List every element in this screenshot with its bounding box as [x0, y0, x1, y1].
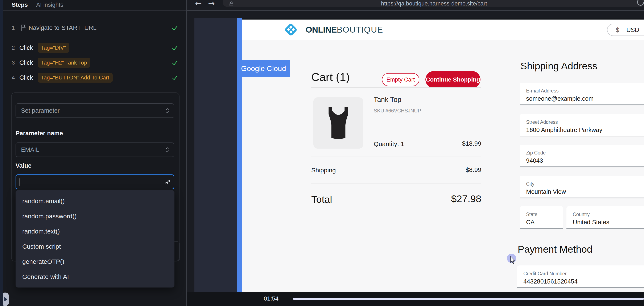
success-check-icon	[171, 59, 179, 66]
email-field[interactable]: E-mail Address someone@example.com	[520, 82, 644, 105]
divider	[311, 156, 481, 157]
forward-button[interactable]: →	[208, 0, 215, 8]
browser-capture-frame: ONLINEBOUTIQUE $ USD Google Cloud Cart (…	[194, 18, 644, 292]
step-row-click-h2[interactable]: 3 Click Tag="H2" Tank Top	[12, 57, 90, 68]
timeline-progress[interactable]	[293, 298, 644, 300]
selector-chip[interactable]: Tag="DIV"	[38, 43, 69, 53]
select-chevrons-icon	[164, 108, 170, 114]
step-row-click-div[interactable]: 2 Click Tag="DIV"	[12, 42, 69, 54]
app-screen: Steps AI insights 1 Navigate to START_UR…	[0, 0, 644, 306]
selector-chip[interactable]: Tag="H2" Tank Top	[38, 58, 90, 68]
steps-panel: Steps AI insights 1 Navigate to START_UR…	[3, 0, 187, 306]
step-action-label: Click	[19, 59, 33, 66]
city-field[interactable]: City Mountain View	[520, 176, 644, 198]
step-number: 2	[12, 44, 19, 51]
field-value: CA	[526, 219, 534, 226]
step-action-label: Click	[19, 74, 33, 81]
url-text: https://qa.boutique.harness-demo.site/ca…	[223, 0, 644, 7]
field-label: E-mail Address	[526, 88, 559, 94]
select-chevrons-icon	[164, 147, 170, 153]
field-value: 94043	[526, 157, 543, 164]
field-label: Street Address	[526, 119, 558, 125]
currency-selector[interactable]: $ USD	[607, 24, 644, 36]
total-value: $27.98	[418, 193, 481, 204]
empty-cart-button[interactable]: Empty Cart	[382, 73, 419, 86]
panel-tabs: Steps AI insights	[3, 0, 186, 10]
replay-timeline-bar: 01:54	[187, 292, 644, 306]
play-icon	[4, 297, 7, 302]
step-number: 3	[12, 60, 19, 66]
brand-bold: ONLINE	[306, 25, 337, 34]
url-bar[interactable]: https://qa.boutique.harness-demo.site/ca…	[223, 0, 644, 7]
credit-card-field[interactable]: Credit Card Number 4432801561520454	[517, 266, 644, 288]
expand-editor-icon[interactable]	[164, 178, 171, 186]
value-label: Value	[16, 162, 32, 169]
payment-method-title: Payment Method	[518, 243, 592, 255]
product-quantity: Quantity: 1	[374, 140, 404, 148]
sidebar-expand-handle[interactable]	[3, 292, 9, 306]
dropdown-option-custom-script[interactable]: Custom script	[16, 239, 174, 254]
dropdown-option-random-text[interactable]: random.text()	[16, 224, 174, 239]
dropdown-option-generate-ai[interactable]: Generate with AI	[16, 269, 174, 284]
capture-letterbox	[194, 18, 237, 292]
google-cloud-badge: Google Cloud	[237, 60, 290, 77]
field-label: Credit Card Number	[523, 271, 567, 276]
tab-steps[interactable]: Steps	[12, 0, 28, 10]
site-header: ONLINEBOUTIQUE $ USD	[242, 20, 644, 40]
brand-wordmark: ONLINEBOUTIQUE	[306, 25, 383, 34]
product-name[interactable]: Tank Top	[374, 96, 401, 104]
dropdown-option-random-email[interactable]: random.email()	[16, 194, 174, 209]
flag-icon	[19, 24, 28, 32]
step-row-navigate[interactable]: 1 Navigate to START_URL	[12, 22, 96, 34]
field-label: Zip Code	[526, 150, 546, 156]
parameter-name-label: Parameter name	[16, 130, 63, 137]
selector-chip[interactable]: Tag="BUTTON" Add To Cart	[38, 73, 113, 82]
dropdown-option-random-password[interactable]: random.password()	[16, 209, 174, 224]
cart-title: Cart (1)	[311, 70, 350, 84]
currency-code: USD	[626, 26, 639, 34]
test-replay-viewport: ONLINEBOUTIQUE $ USD Google Cloud Cart (…	[187, 11, 644, 292]
boutique-logo-icon	[284, 22, 298, 37]
step-action-label: Click	[19, 44, 33, 51]
divider	[311, 87, 481, 88]
left-edge-strip	[0, 0, 3, 306]
tank-top-image	[322, 103, 355, 143]
field-value: 1600 Amphitheatre Parkway	[526, 126, 602, 134]
dropdown-option-generate-otp[interactable]: generateOTP()	[16, 254, 174, 269]
state-field[interactable]: State CA	[520, 206, 563, 229]
success-check-icon	[171, 44, 179, 52]
tab-ai-insights[interactable]: AI insights	[36, 0, 63, 10]
street-address-field[interactable]: Street Address 1600 Amphitheatre Parkway	[520, 114, 644, 136]
back-button[interactable]: ←	[195, 0, 202, 8]
field-value: Mountain View	[526, 188, 566, 195]
continue-shopping-button[interactable]: Continue Shopping	[426, 71, 480, 88]
zip-code-field[interactable]: Zip Code 94043	[520, 144, 644, 167]
shipping-cost-value: $8.99	[439, 166, 481, 174]
step-row-click-button[interactable]: 4 Click Tag="BUTTON" Add To Cart	[12, 72, 113, 84]
start-url-link[interactable]: START_URL	[62, 24, 97, 31]
online-boutique-logo[interactable]: ONLINEBOUTIQUE	[284, 22, 383, 37]
value-suggestions-dropdown: random.email() random.password() random.…	[16, 190, 174, 288]
blue-accent-stripe	[237, 18, 242, 292]
page-top-strip	[242, 18, 644, 20]
step-number: 4	[12, 74, 19, 81]
product-sku: SKU #66VCHSJNUP	[374, 108, 421, 114]
product-image	[314, 97, 363, 148]
action-type-select[interactable]: Set parameter	[16, 104, 174, 118]
divider	[311, 183, 481, 184]
field-value: 4432801561520454	[523, 278, 578, 285]
reload-icon[interactable]	[636, 0, 644, 7]
brand-light: BOUTIQUE	[337, 25, 383, 34]
product-price: $18.99	[439, 140, 481, 147]
parameter-name-select[interactable]: EMAIL	[16, 142, 174, 157]
parameter-name-value: EMAIL	[21, 146, 39, 153]
value-input[interactable]	[16, 174, 174, 189]
total-label: Total	[311, 194, 332, 205]
field-value: someone@example.com	[526, 95, 594, 102]
field-label: Country	[573, 212, 590, 217]
step-action-label: Navigate to	[28, 24, 60, 31]
browser-chrome: ← → https://qa.boutique.harness-demo.sit…	[187, 0, 644, 11]
mouse-cursor	[510, 256, 517, 265]
field-value: United States	[573, 219, 609, 226]
country-field[interactable]: Country United States	[566, 206, 644, 229]
